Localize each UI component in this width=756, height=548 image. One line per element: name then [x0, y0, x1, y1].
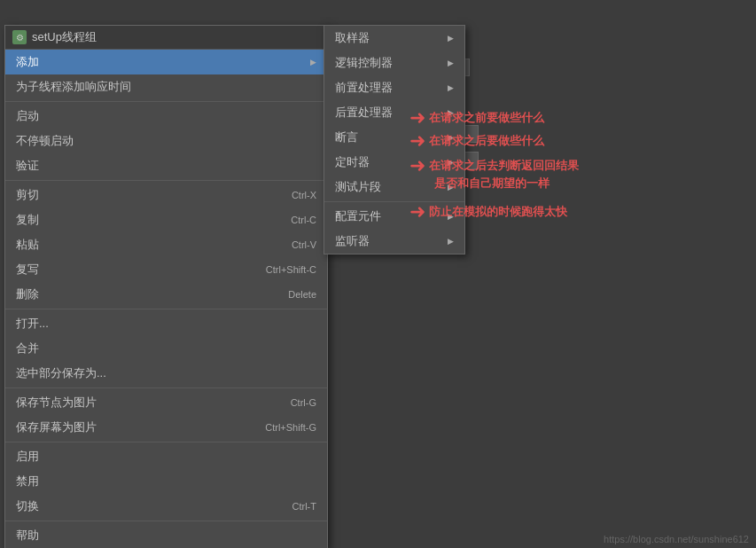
- menu-item-overwrite[interactable]: 复写 Ctrl+Shift-C: [5, 257, 327, 282]
- separator-2: [5, 180, 327, 181]
- annotation-post-processor: ➜ 在请求之后要做些什么: [409, 131, 544, 151]
- submenu-item-logic-controller[interactable]: 逻辑控制器: [324, 51, 464, 75]
- menu-item-delete-label: 删除: [16, 286, 39, 302]
- menu-item-save-screen-img-shortcut: Ctrl+Shift-G: [265, 422, 316, 433]
- menu-item-paste[interactable]: 粘贴 Ctrl-V: [5, 232, 327, 257]
- menu-item-copy-shortcut: Ctrl-C: [291, 215, 316, 225]
- menu-item-save-screen-img[interactable]: 保存屏幕为图片 Ctrl+Shift-G: [5, 415, 327, 440]
- footer-url: https://blog.csdn.net/sunshine612: [604, 534, 749, 544]
- menu-item-open[interactable]: 打开...: [5, 311, 327, 336]
- annotation-arrow-3: ➜: [409, 156, 425, 176]
- separator-6: [5, 521, 327, 521]
- menu-item-overwrite-shortcut: Ctrl+Shift-C: [266, 264, 316, 275]
- separator-1: [5, 101, 327, 102]
- menu-item-start-label: 启动: [16, 108, 39, 124]
- menu-item-save-selected[interactable]: 选中部分保存为...: [5, 361, 327, 386]
- menu-item-validate-label: 验证: [16, 158, 39, 174]
- annotation-arrow-2: ➜: [409, 131, 425, 151]
- menu-item-enable-label: 启用: [16, 449, 39, 465]
- menu-item-start-no-pause-label: 不停顿启动: [16, 133, 74, 149]
- menu-item-merge-label: 合并: [16, 341, 39, 356]
- menu-item-open-label: 打开...: [16, 316, 49, 332]
- submenu-item-post-processor-label: 后置处理器: [335, 105, 393, 121]
- annotation-text-2: 在请求之后要做些什么: [429, 133, 544, 149]
- menu-item-cut-label: 剪切: [16, 187, 39, 203]
- menu-item-add-label: 添加: [16, 54, 39, 70]
- menu-item-merge[interactable]: 合并: [5, 336, 327, 361]
- submenu-item-config-element-label: 配置元件: [335, 208, 381, 224]
- submenu-item-sampler[interactable]: 取样器: [324, 26, 464, 51]
- annotation-text-1: 在请求之前要做些什么: [429, 110, 544, 126]
- menu-item-disable-label: 禁用: [16, 474, 39, 489]
- menu-item-copy[interactable]: 复制 Ctrl-C: [5, 207, 327, 232]
- submenu-item-test-fragment-label: 测试片段: [335, 179, 381, 195]
- menu-item-save-selected-label: 选中部分保存为...: [16, 365, 106, 381]
- context-menu: ⚙ setUp线程组 添加 为子线程添加响应时间 启动 不停顿启动 验证 剪切 …: [4, 25, 328, 548]
- menu-item-save-node-img[interactable]: 保存节点为图片 Ctrl-G: [5, 390, 327, 415]
- submenu-item-listener[interactable]: 监听器: [324, 229, 464, 254]
- submenu-item-sampler-label: 取样器: [335, 30, 370, 46]
- annotation-text-3: 在请求之后去判断返回回结果: [429, 158, 579, 174]
- annotation-arrow-1: ➜: [409, 108, 425, 128]
- submenu-item-timer-label: 定时器: [335, 154, 370, 170]
- menu-item-delete-shortcut: Delete: [288, 289, 316, 300]
- menu-item-toggle-label: 切换: [16, 498, 39, 514]
- menu-item-validate[interactable]: 验证: [5, 153, 327, 178]
- menu-item-toggle[interactable]: 切换 Ctrl-T: [5, 494, 327, 519]
- menu-title-bar: ⚙ setUp线程组: [5, 26, 327, 50]
- menu-item-paste-shortcut: Ctrl-V: [292, 239, 316, 250]
- menu-item-start-no-pause[interactable]: 不停顿启动: [5, 129, 327, 153]
- separator-4: [5, 388, 327, 388]
- menu-item-cut[interactable]: 剪切 Ctrl-X: [5, 183, 327, 207]
- menu-title-icon: ⚙: [12, 30, 27, 44]
- annotation-arrow-5: ➜: [409, 202, 425, 222]
- annotation-assertion: ➜ 在请求之后去判断返回回结果 是否和自己期望的一样: [409, 156, 579, 192]
- submenu-item-pre-processor[interactable]: 前置处理器: [324, 75, 464, 100]
- menu-item-cut-shortcut: Ctrl-X: [292, 190, 316, 200]
- menu-item-add-response-time-label: 为子线程添加响应时间: [16, 79, 131, 95]
- annotation-timer: ➜ 防止在模拟的时候跑得太快: [409, 202, 567, 222]
- menu-item-save-screen-img-label: 保存屏幕为图片: [16, 419, 97, 435]
- separator-3: [5, 309, 327, 309]
- submenu-item-logic-controller-label: 逻辑控制器: [335, 55, 393, 71]
- submenu-item-assertion-label: 断言: [335, 129, 358, 145]
- menu-item-enable[interactable]: 启用: [5, 444, 327, 469]
- menu-item-overwrite-label: 复写: [16, 262, 39, 278]
- menu-title-label: setUp线程组: [32, 29, 97, 45]
- annotation-pre-processor: ➜ 在请求之前要做些什么: [409, 108, 544, 128]
- annotation-text-5: 防止在模拟的时候跑得太快: [429, 204, 567, 220]
- submenu-item-listener-label: 监听器: [335, 233, 370, 249]
- menu-item-delete[interactable]: 删除 Delete: [5, 282, 327, 307]
- menu-item-disable[interactable]: 禁用: [5, 469, 327, 494]
- menu-item-save-node-img-label: 保存节点为图片: [16, 395, 97, 411]
- submenu-item-pre-processor-label: 前置处理器: [335, 80, 393, 96]
- menu-item-add-response-time[interactable]: 为子线程添加响应时间: [5, 74, 327, 99]
- menu-item-start[interactable]: 启动: [5, 104, 327, 129]
- menu-item-paste-label: 粘贴: [16, 237, 39, 253]
- annotation-text-4: 是否和自己期望的一样: [434, 176, 549, 190]
- menu-item-toggle-shortcut: Ctrl-T: [292, 501, 317, 512]
- menu-item-help[interactable]: 帮助: [5, 523, 327, 548]
- menu-item-copy-label: 复制: [16, 212, 39, 228]
- menu-item-add[interactable]: 添加: [5, 50, 327, 74]
- menu-item-save-node-img-shortcut: Ctrl-G: [291, 397, 316, 408]
- menu-item-help-label: 帮助: [16, 528, 39, 544]
- separator-5: [5, 442, 327, 442]
